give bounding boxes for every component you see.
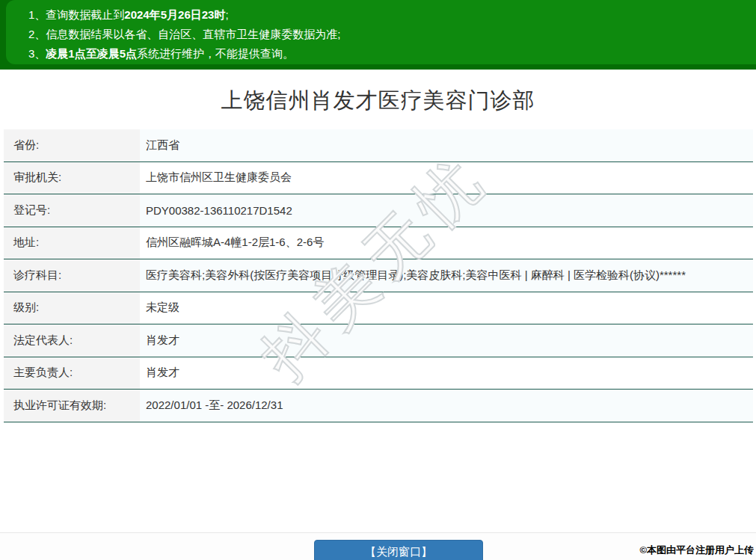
field-label: 地址:	[4, 227, 140, 259]
table-row-medical-subjects: 诊疗科目: 医疗美容科;美容外科(按医疗美容项目分级管理目录);美容皮肤科;美容…	[4, 259, 753, 292]
notice-3-tail: 系统进行维护，不能提供查询。	[137, 47, 294, 60]
field-label: 诊疗科目:	[4, 259, 140, 292]
notice-banner: 1、查询数据截止到2024年5月26日23时; 2、信息数据结果以各省、自治区、…	[0, 0, 756, 70]
field-label: 登记号:	[4, 194, 140, 227]
field-value: PDY00382-136110217D1542	[140, 194, 753, 227]
notice-line-2: 2、信息数据结果以各省、自治区、直辖市卫生健康委数据为准;	[28, 25, 749, 44]
notice-3-text: 3、	[28, 47, 46, 60]
notice-3-bold: 凌晨1点至凌晨5点	[46, 47, 137, 60]
table-row-approval-authority: 审批机关: 上饶市信州区卫生健康委员会	[4, 162, 753, 195]
field-label: 法定代表人:	[4, 324, 140, 357]
image-credit-text: ©本图由平台注册用户上传	[639, 544, 754, 557]
table-row-legal-representative: 法定代表人: 肖发才	[4, 324, 753, 357]
field-label: 级别:	[4, 292, 140, 324]
notice-line-1: 1、查询数据截止到2024年5月26日23时;	[28, 5, 749, 25]
field-value: 医疗美容科;美容外科(按医疗美容项目分级管理目录);美容皮肤科;美容中医科 | …	[140, 259, 753, 292]
field-value: 江西省	[140, 129, 753, 161]
field-label: 主要负责人:	[4, 357, 140, 390]
table-row-person-in-charge: 主要负责人: 肖发才	[4, 357, 753, 390]
field-label: 省份:	[4, 129, 140, 161]
close-window-button[interactable]: 【关闭窗口】	[314, 540, 483, 560]
table-row-province: 省份: 江西省	[4, 129, 753, 162]
table-row-registration-number: 登记号: PDY00382-136110217D1542	[4, 194, 753, 227]
field-label: 审批机关:	[4, 162, 140, 194]
institution-details-table: 省份: 江西省 审批机关: 上饶市信州区卫生健康委员会 登记号: PDY0038…	[4, 129, 753, 422]
table-row-level: 级别: 未定级	[4, 292, 753, 325]
notice-1-bold: 2024年5月26日23时	[124, 8, 225, 21]
field-value: 2022/01/01 -至- 2026/12/31	[140, 390, 753, 422]
notice-1-tail: ;	[225, 8, 228, 21]
page-title: 上饶信州肖发才医疗美容门诊部	[0, 86, 756, 116]
field-value: 上饶市信州区卫生健康委员会	[140, 162, 753, 194]
notice-1-text: 1、查询数据截止到	[28, 8, 124, 21]
table-row-address: 地址: 信州区融晖城A-4幢1-2层1-6、2-6号	[4, 227, 753, 260]
field-value: 肖发才	[140, 357, 753, 390]
notice-2-text: 2、信息数据结果以各省、自治区、直辖市卫生健康委数据为准;	[28, 28, 341, 40]
notice-banner-panel: 1、查询数据截止到2024年5月26日23时; 2、信息数据结果以各省、自治区、…	[6, 0, 756, 64]
field-value: 信州区融晖城A-4幢1-2层1-6、2-6号	[140, 227, 753, 259]
table-row-license-validity: 执业许可证有效期: 2022/01/01 -至- 2026/12/31	[4, 390, 753, 422]
field-label: 执业许可证有效期:	[4, 390, 140, 422]
notice-line-3: 3、凌晨1点至凌晨5点系统进行维护，不能提供查询。	[28, 44, 749, 64]
field-value: 肖发才	[140, 324, 753, 357]
field-value: 未定级	[140, 292, 753, 324]
